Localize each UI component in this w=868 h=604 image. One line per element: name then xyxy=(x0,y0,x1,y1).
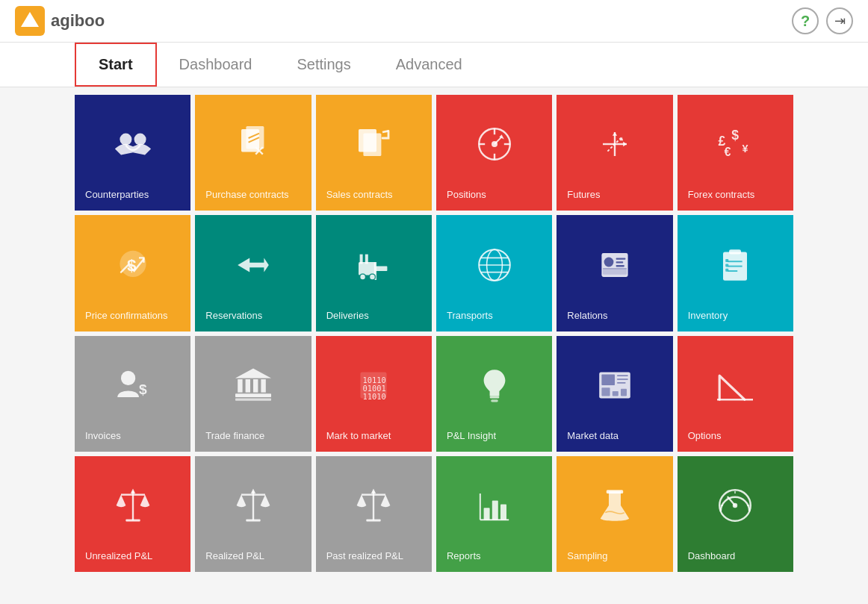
market-data-icon xyxy=(591,343,639,427)
tile-invoices-label: Invoices xyxy=(82,430,183,444)
svg-rect-60 xyxy=(235,398,271,400)
svg-rect-92 xyxy=(500,505,506,520)
tile-grid: Counterparties Purchase contracts xyxy=(75,95,793,572)
tile-sampling[interactable]: Sampling xyxy=(557,456,672,572)
svg-text:01001: 01001 xyxy=(363,384,386,393)
svg-rect-39 xyxy=(616,258,626,259)
tile-positions[interactable]: Positions xyxy=(436,95,552,211)
tile-pl-insight-label: P&L Insight xyxy=(444,430,545,444)
tile-invoices[interactable]: $ Invoices xyxy=(75,336,190,452)
tile-counterparties[interactable]: Counterparties xyxy=(75,95,190,211)
svg-marker-83 xyxy=(251,489,255,494)
tile-trade-finance[interactable]: Trade finance xyxy=(195,336,311,452)
tile-past-realized-pl[interactable]: Past realized P&L xyxy=(316,456,432,572)
tile-price-confirmations-label: Price confirmations xyxy=(82,310,183,324)
nav-start[interactable]: Start xyxy=(75,43,157,87)
tile-counterparties-label: Counterparties xyxy=(82,189,183,203)
tile-realized-pl[interactable]: Realized P&L xyxy=(195,456,311,572)
tile-dashboard[interactable]: Dashboard xyxy=(678,456,793,572)
svg-rect-49 xyxy=(726,259,729,262)
tile-unrealized-pl[interactable]: Unrealized P&L xyxy=(75,456,190,572)
tile-transports[interactable]: Transports xyxy=(436,215,552,331)
tile-market-data[interactable]: Market data xyxy=(557,336,672,452)
tile-market-data-label: Market data xyxy=(564,430,665,444)
svg-rect-56 xyxy=(246,379,250,393)
mark-to-market-icon: 10110 01001 11010 xyxy=(350,343,397,427)
svg-rect-42 xyxy=(603,268,627,274)
tile-price-confirmations[interactable]: $ Price confirmations xyxy=(75,215,190,331)
svg-text:€: € xyxy=(725,146,731,158)
svg-point-52 xyxy=(121,371,135,385)
tile-reports-label: Reports xyxy=(444,550,545,564)
reports-icon xyxy=(471,464,518,547)
price-confirmations-icon: $ xyxy=(109,222,157,306)
options-icon xyxy=(711,343,759,427)
svg-rect-65 xyxy=(489,396,499,398)
tile-deliveries[interactable]: Deliveries xyxy=(316,215,432,331)
nav-settings[interactable]: Settings xyxy=(274,44,373,85)
tile-futures[interactable]: Futures xyxy=(557,95,672,211)
svg-point-1 xyxy=(120,134,131,146)
svg-rect-74 xyxy=(621,389,627,396)
svg-rect-86 xyxy=(367,520,381,522)
help-button[interactable]: ? xyxy=(792,7,819,34)
tile-reservations-label: Reservations xyxy=(202,310,303,324)
trade-finance-icon xyxy=(229,343,277,427)
nav-advanced[interactable]: Advanced xyxy=(373,44,485,85)
dashboard-icon xyxy=(711,464,759,547)
tile-reports[interactable]: Reports xyxy=(436,456,552,572)
inventory-icon xyxy=(711,222,759,306)
svg-marker-0 xyxy=(21,12,39,27)
svg-rect-30 xyxy=(360,254,363,264)
svg-marker-17 xyxy=(613,132,617,136)
invoices-icon: $ xyxy=(109,343,157,427)
relations-icon xyxy=(591,222,639,306)
svg-rect-25 xyxy=(359,262,375,275)
svg-point-2 xyxy=(134,134,146,146)
svg-rect-40 xyxy=(616,261,624,263)
svg-text:10110: 10110 xyxy=(363,376,386,384)
past-realized-pl-icon xyxy=(350,464,397,547)
positions-icon xyxy=(471,102,518,186)
svg-rect-82 xyxy=(246,520,260,522)
transports-icon xyxy=(471,222,518,306)
tile-options-label: Options xyxy=(685,430,786,444)
tile-futures-label: Futures xyxy=(564,189,665,203)
tile-deliveries-label: Deliveries xyxy=(323,310,424,324)
svg-rect-50 xyxy=(726,264,729,267)
tile-forex-contracts-label: Forex contracts xyxy=(685,189,786,203)
nav-dashboard[interactable]: Dashboard xyxy=(157,44,275,85)
tile-relations[interactable]: Relations xyxy=(557,215,672,331)
logo-text: agiboo xyxy=(51,11,105,31)
svg-text:$: $ xyxy=(732,128,740,143)
svg-rect-93 xyxy=(607,490,623,494)
reservations-icon xyxy=(229,222,277,306)
tile-pl-insight[interactable]: P&L Insight xyxy=(436,336,552,452)
tile-options[interactable]: Options xyxy=(678,336,793,452)
sampling-icon xyxy=(591,464,639,547)
svg-rect-66 xyxy=(491,399,498,402)
svg-rect-90 xyxy=(483,508,489,520)
svg-rect-91 xyxy=(492,501,497,520)
tile-sales-contracts[interactable]: Sales contracts xyxy=(316,95,432,211)
tile-inventory[interactable]: Inventory xyxy=(678,215,793,331)
tile-mark-to-market[interactable]: 10110 01001 11010 Mark to market xyxy=(316,336,432,452)
deliveries-icon xyxy=(350,222,397,306)
tile-positions-label: Positions xyxy=(444,189,545,203)
futures-icon xyxy=(591,102,639,186)
svg-point-29 xyxy=(370,274,376,280)
realized-pl-icon xyxy=(229,464,277,547)
svg-rect-26 xyxy=(376,266,388,270)
logo-icon xyxy=(15,6,45,36)
svg-rect-78 xyxy=(125,520,140,522)
svg-rect-41 xyxy=(616,265,624,267)
tile-relations-label: Relations xyxy=(564,310,665,324)
svg-marker-16 xyxy=(623,142,627,146)
tile-purchase-contracts[interactable]: Purchase contracts xyxy=(195,95,311,211)
tile-forex-contracts[interactable]: £ $ ¥ € Forex contracts xyxy=(678,95,793,211)
tile-reservations[interactable]: Reservations xyxy=(195,215,311,331)
svg-text:$: $ xyxy=(139,382,147,397)
logout-button[interactable]: ⇥ xyxy=(826,7,853,34)
tile-purchase-contracts-label: Purchase contracts xyxy=(202,189,303,203)
forex-contracts-icon: £ $ ¥ € xyxy=(711,102,759,186)
